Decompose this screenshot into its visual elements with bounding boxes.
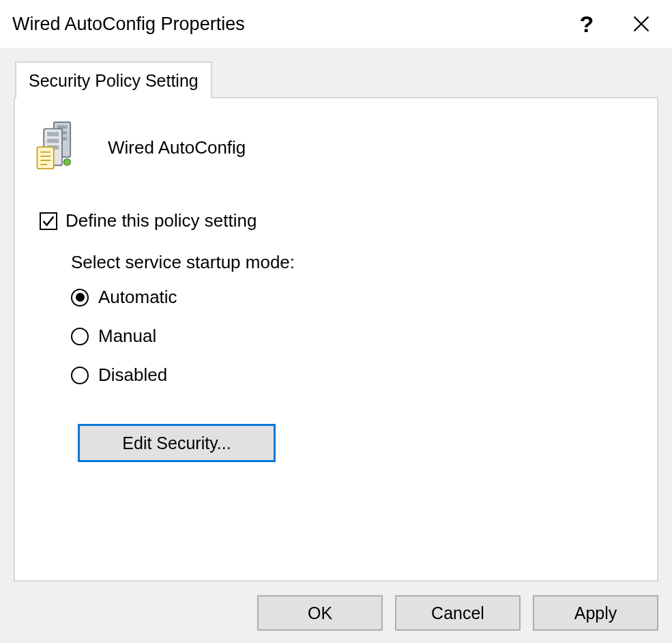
tab-control: Security Policy Setting — [14, 61, 658, 582]
close-button[interactable] — [617, 3, 665, 44]
tab-page: Wired AutoConfig Define this policy sett… — [14, 97, 658, 582]
server-icon — [35, 119, 89, 176]
dialog-button-row: OK Cancel Apply — [257, 595, 658, 631]
radio-icon — [71, 289, 89, 306]
radio-manual[interactable]: Manual — [71, 326, 637, 347]
define-policy-label: Define this policy setting — [65, 210, 257, 231]
close-icon — [632, 14, 651, 33]
ok-button[interactable]: OK — [257, 595, 383, 631]
startup-mode-label: Select service startup mode: — [71, 252, 637, 273]
tab-mask — [16, 97, 211, 100]
define-policy-checkbox[interactable]: Define this policy setting — [40, 210, 637, 231]
window-title: Wired AutoConfig Properties — [12, 14, 563, 35]
radio-disabled[interactable]: Disabled — [71, 365, 637, 386]
service-name: Wired AutoConfig — [108, 137, 246, 158]
cancel-button[interactable]: Cancel — [395, 595, 521, 631]
apply-button[interactable]: Apply — [533, 595, 658, 631]
tab-label-text: Security Policy Setting — [29, 71, 199, 91]
radio-automatic[interactable]: Automatic — [71, 287, 637, 308]
radio-icon — [71, 328, 89, 345]
service-header: Wired AutoConfig — [35, 119, 637, 176]
tab-security-policy-setting[interactable]: Security Policy Setting — [15, 61, 212, 98]
radio-disabled-label: Disabled — [98, 365, 167, 386]
edit-security-button[interactable]: Edit Security... — [78, 424, 276, 462]
svg-rect-8 — [47, 139, 59, 143]
svg-point-15 — [63, 159, 70, 166]
svg-rect-10 — [37, 147, 53, 169]
radio-icon — [71, 367, 89, 384]
help-button[interactable]: ? — [563, 3, 611, 44]
radio-manual-label: Manual — [98, 326, 156, 347]
titlebar: Wired AutoConfig Properties ? — [0, 0, 672, 48]
dialog-client-area: Security Policy Setting — [0, 48, 672, 643]
svg-rect-7 — [47, 132, 59, 137]
checkbox-icon — [40, 212, 57, 230]
radio-automatic-label: Automatic — [98, 287, 177, 308]
